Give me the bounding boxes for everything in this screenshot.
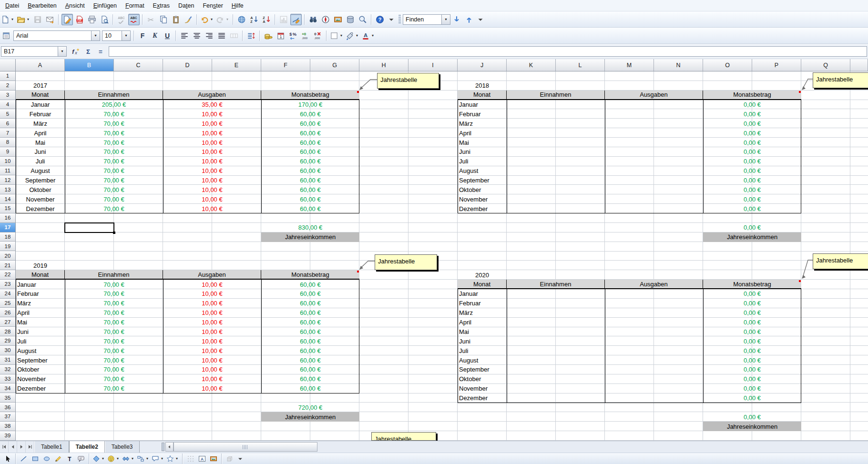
- help-button[interactable]: [374, 14, 386, 25]
- row-header-17[interactable]: 17: [0, 223, 15, 232]
- cell-A32[interactable]: Oktober: [16, 365, 65, 374]
- cell-J27[interactable]: April: [458, 318, 507, 327]
- text-button[interactable]: [64, 454, 75, 464]
- gallery-button[interactable]: [332, 14, 344, 25]
- previous-sheet-button[interactable]: [9, 441, 17, 453]
- cell-einnahmen-2019-33[interactable]: 70,00 €: [65, 374, 163, 384]
- column-header-M[interactable]: M: [605, 59, 654, 71]
- year-label-2017[interactable]: 2017: [16, 81, 65, 91]
- cell-monatsbetrag-2020-27[interactable]: 0,00 €: [703, 318, 801, 327]
- column-header-N[interactable]: N: [654, 59, 703, 71]
- cell-ausgaben-2017-12[interactable]: 10,00 €: [163, 176, 261, 185]
- row-header-38[interactable]: 38: [0, 422, 15, 431]
- cell-ausgaben-2019-29[interactable]: 10,00 €: [163, 336, 261, 346]
- cell-A7[interactable]: April: [16, 128, 65, 138]
- row-header-15[interactable]: 15: [0, 204, 15, 213]
- cell-monatsbetrag-2018-13[interactable]: 0,00 €: [703, 185, 801, 194]
- find-previous-button[interactable]: [463, 14, 475, 25]
- cell-J34[interactable]: November: [458, 384, 507, 393]
- callouts-dropdown-icon[interactable]: ▾: [160, 456, 164, 461]
- cell-A13[interactable]: Oktober: [16, 185, 65, 194]
- cell-ausgaben-2017-6[interactable]: 10,00 €: [163, 119, 261, 128]
- find-input[interactable]: Finden▾: [403, 14, 450, 25]
- row-header-22[interactable]: 22: [0, 270, 15, 280]
- font-color-button[interactable]: ▾: [361, 30, 376, 41]
- cell-monatsbetrag-2020-29[interactable]: 0,00 €: [703, 336, 801, 346]
- cell-jahressumme-2018[interactable]: 0,00 €: [703, 223, 801, 232]
- menu-daten[interactable]: Daten: [174, 1, 198, 10]
- stars-dropdown-icon[interactable]: ▾: [174, 456, 179, 461]
- year-label-2018[interactable]: 2018: [458, 81, 507, 91]
- borders-dropdown-icon[interactable]: ▾: [339, 33, 344, 38]
- cell-monatsbetrag-2017-6[interactable]: 60,00 €: [261, 119, 359, 128]
- sheet-tab-tabelle1[interactable]: Tabelle1: [34, 441, 69, 453]
- date-format-button[interactable]: [275, 30, 286, 41]
- cell-J15[interactable]: Dezember: [458, 204, 507, 213]
- row-header-23[interactable]: 23: [0, 280, 15, 289]
- underline-button[interactable]: U: [162, 30, 173, 41]
- sheet-tab-tabelle3[interactable]: Tabelle3: [105, 441, 140, 453]
- cell-J28[interactable]: Mai: [458, 327, 507, 337]
- cell-ausgaben-2017-13[interactable]: 10,00 €: [163, 185, 261, 194]
- find-overflow-button[interactable]: [476, 14, 485, 25]
- align-left-button[interactable]: [179, 30, 190, 41]
- row-header-6[interactable]: 6: [0, 119, 15, 128]
- cell-J11[interactable]: August: [458, 166, 507, 176]
- cell-J6[interactable]: März: [458, 119, 507, 128]
- sum-button[interactable]: [82, 46, 94, 57]
- column-header-partial[interactable]: [850, 59, 868, 71]
- column-header-G[interactable]: G: [310, 59, 359, 71]
- cell-ausgaben-2019-28[interactable]: 10,00 €: [163, 327, 261, 337]
- row-header-24[interactable]: 24: [0, 289, 15, 299]
- cell-ausgaben-2017-11[interactable]: 10,00 €: [163, 166, 261, 176]
- cell-ausgaben-2019-23[interactable]: 10,00 €: [163, 280, 261, 289]
- cell-einnahmen-2019-28[interactable]: 70,00 €: [65, 327, 163, 337]
- cell-monatsbetrag-2017-15[interactable]: 60,00 €: [261, 204, 359, 213]
- cell-ausgaben-2019-25[interactable]: 10,00 €: [163, 299, 261, 308]
- row-header-5[interactable]: 5: [0, 109, 15, 119]
- row-header-32[interactable]: 32: [0, 365, 15, 374]
- cell-ausgaben-2017-9[interactable]: 10,00 €: [163, 147, 261, 157]
- row-header-28[interactable]: 28: [0, 327, 15, 336]
- align-center-button[interactable]: [191, 30, 203, 41]
- cell-monatsbetrag-2017-14[interactable]: 60,00 €: [261, 194, 359, 204]
- cell-J14[interactable]: November: [458, 194, 507, 204]
- next-sheet-button[interactable]: [17, 441, 26, 453]
- cell-ausgaben-2017-14[interactable]: 10,00 €: [163, 194, 261, 204]
- hscroll-left-button[interactable]: [165, 442, 174, 452]
- cell-A8[interactable]: Mai: [16, 138, 65, 147]
- cell-einnahmen-2019-30[interactable]: 70,00 €: [65, 346, 163, 355]
- first-sheet-button[interactable]: [0, 441, 9, 453]
- font-size-select[interactable]: 10▾: [102, 30, 131, 41]
- cell-ausgaben-2017-4[interactable]: 35,00 €: [163, 100, 261, 110]
- cell-einnahmen-2017-5[interactable]: 70,00 €: [65, 109, 163, 119]
- column-header-F[interactable]: F: [261, 59, 310, 71]
- cell-monatsbetrag-2018-9[interactable]: 0,00 €: [703, 147, 801, 157]
- cell-einnahmen-2019-31[interactable]: 70,00 €: [65, 355, 163, 365]
- block-arrows-dropdown-icon[interactable]: ▾: [130, 456, 135, 461]
- year-label-2020[interactable]: 2020: [458, 270, 507, 280]
- year-label-2019[interactable]: 2019: [16, 261, 65, 270]
- draw-overflow-button[interactable]: [236, 454, 245, 464]
- cell-einnahmen-2017-15[interactable]: 70,00 €: [65, 204, 163, 213]
- fontwork-gallery-button[interactable]: [197, 454, 207, 464]
- cell-einnahmen-2017-9[interactable]: 70,00 €: [65, 147, 163, 157]
- row-header-13[interactable]: 13: [0, 185, 15, 194]
- sheet-tab-tabelle2[interactable]: Tabelle2: [69, 441, 105, 453]
- cell-J13[interactable]: Oktober: [458, 185, 507, 194]
- cell-monatsbetrag-2020-32[interactable]: 0,00 €: [703, 365, 801, 374]
- menu-ansicht[interactable]: Ansicht: [61, 1, 89, 10]
- menu-datei[interactable]: Datei: [1, 1, 23, 10]
- cell-monatsbetrag-2020-33[interactable]: 0,00 €: [703, 374, 801, 384]
- cell-ausgaben-2019-26[interactable]: 10,00 €: [163, 308, 261, 318]
- auto-spellcheck-button[interactable]: [128, 14, 140, 25]
- column-header-Q[interactable]: Q: [801, 59, 850, 71]
- cell-monatsbetrag-2017-13[interactable]: 60,00 €: [261, 185, 359, 194]
- column-header-J[interactable]: J: [458, 59, 507, 71]
- cell-monatsbetrag-2019-30[interactable]: 60,00 €: [261, 346, 359, 355]
- name-box-dropdown-icon[interactable]: ▾: [58, 47, 66, 56]
- bold-button[interactable]: F: [137, 30, 148, 41]
- basic-shapes-button[interactable]: ▾: [92, 454, 106, 464]
- add-decimal-button[interactable]: [300, 30, 311, 41]
- freeform-line-button[interactable]: [53, 454, 63, 464]
